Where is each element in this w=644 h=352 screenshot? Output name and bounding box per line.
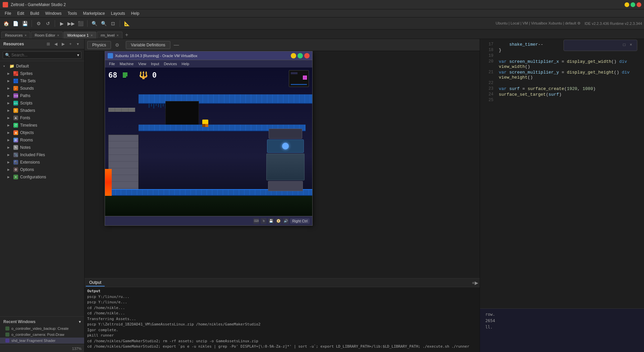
vbox-menu-help[interactable]: Help — [180, 61, 192, 67]
refresh-btn[interactable]: ↺ — [44, 19, 52, 28]
home-btn[interactable]: 🏠 — [2, 19, 10, 28]
output-tab[interactable]: Output — [86, 279, 105, 287]
run-btn[interactable]: ▶ — [58, 19, 66, 28]
menu-item-help[interactable]: Help — [128, 10, 142, 16]
sidebar-collapse-btn[interactable]: ▾ — [75, 41, 81, 47]
close-button[interactable] — [637, 2, 641, 7]
var-defs-dash-btn[interactable]: — — [172, 41, 180, 49]
float-popup-header: □ × — [567, 42, 634, 47]
code-text-24: surface_set_target(surf) — [499, 92, 561, 97]
recent-item-label-3: shd_tear Fragment Shader — [11, 339, 55, 343]
tree-objects[interactable]: ▶ ◈ Objects — [0, 129, 84, 136]
tree-paths[interactable]: ▶ ⟶ Paths — [0, 92, 84, 99]
recent-item-2[interactable]: o_controller_camera: Post-Draw — [0, 332, 84, 338]
tab-close-0[interactable]: × — [25, 34, 27, 37]
var-defs-btn[interactable]: Variable Definitions — [126, 41, 170, 49]
vbox-menu-view[interactable]: View — [136, 61, 148, 67]
output-tabs: Output + ▶ — [85, 278, 480, 287]
layout-btn[interactable]: 📐 — [123, 19, 131, 28]
vbox-max-btn[interactable]: □ — [298, 53, 303, 58]
vbox-icon-2: 🖱 — [261, 218, 267, 224]
tab-3[interactable]: rm_level× — [97, 32, 122, 39]
sidebar-back-btn[interactable]: ◀ — [53, 41, 59, 47]
tree-notes[interactable]: ▶ ✎ Notes — [0, 144, 84, 151]
tree-sounds[interactable]: ▶ ♪ Sounds — [0, 85, 84, 92]
new-btn[interactable]: 📄 — [11, 19, 19, 28]
vbox-menu-input[interactable]: Input — [149, 61, 161, 67]
vbox-menu-devices[interactable]: Devices — [162, 61, 179, 67]
zoom-out-btn[interactable]: 🔍 — [100, 19, 108, 28]
menu-item-marketplace[interactable]: Marketplace — [80, 10, 107, 16]
vbox-close-btn[interactable]: × — [304, 53, 310, 58]
zoom-in-btn[interactable]: 🔍 — [90, 19, 98, 28]
physics-gear-btn[interactable]: ⚙ — [113, 41, 121, 49]
tree-extensions[interactable]: ▶ 🔌 Extensions — [0, 159, 84, 166]
code-line-20: 20 var screen_multiplier_x = display_get… — [480, 59, 644, 70]
menu-item-build[interactable]: Build — [28, 10, 42, 16]
maximize-button[interactable] — [631, 2, 635, 7]
sidebar-controls[interactable]: ⊞ ◀ ▶ + ▾ — [45, 41, 81, 47]
tab-add-btn[interactable]: + — [123, 31, 130, 39]
configurations-label: Configurations — [20, 175, 82, 179]
settings-btn[interactable]: ⚙ — [35, 19, 43, 28]
vbox-menu-file[interactable]: File — [107, 61, 117, 67]
save-btn[interactable]: 💾 — [21, 19, 29, 28]
timelines-icon: ⏱ — [13, 123, 18, 128]
output-arrow-btn[interactable]: ▶ — [475, 280, 478, 285]
tab-1[interactable]: Room Editor× — [31, 32, 63, 39]
stop-btn[interactable]: ⬛ — [76, 19, 85, 28]
tree-tilesets[interactable]: ▶ Tile Sets — [0, 77, 84, 85]
vbox-titlebar[interactable]: Xubuntu 18.04.3 [Running] - Oracle VM Vi… — [105, 51, 312, 60]
zoom-reset-btn[interactable]: ⊡ — [109, 19, 117, 28]
menu-item-windows[interactable]: Windows — [43, 10, 64, 16]
app-icon — [3, 2, 8, 7]
recent-item-3[interactable]: shd_tear Fragment Shader — [0, 338, 84, 344]
menu-item-layouts[interactable]: Layouts — [108, 10, 128, 16]
tree-included-files[interactable]: ▶ 📎 Included Files — [0, 151, 84, 159]
vbox-min-btn[interactable]: − — [291, 53, 296, 58]
vbox-game-content: 68 🔱 0 — [105, 68, 312, 216]
tree-sprites[interactable]: ▶ Sprites — [0, 70, 84, 77]
recent-header[interactable]: Recent Windows ▾ — [0, 318, 84, 325]
overlay-line-2: 2654 — [485, 318, 495, 323]
recent-item-1[interactable]: o_controller_video_backup: Create — [0, 325, 84, 332]
sounds-label: Sounds — [20, 86, 82, 91]
blue-platform-top — [139, 94, 312, 104]
tab-close-1[interactable]: × — [57, 34, 59, 37]
objects-label: Objects — [20, 130, 82, 135]
sidebar-fwd-btn[interactable]: ▶ — [60, 41, 66, 47]
menu-item-edit[interactable]: Edit — [14, 10, 27, 16]
tree-configurations[interactable]: ▶ ≡ Configurations — [0, 173, 84, 181]
tree-timelines[interactable]: ▶ ⏱ Timelines — [0, 122, 84, 129]
float-popup-min[interactable]: □ — [622, 42, 627, 47]
title-bar-controls[interactable] — [625, 2, 641, 7]
sidebar-add-btn[interactable]: + — [67, 41, 73, 47]
minimize-button[interactable] — [625, 2, 629, 7]
vbox-window[interactable]: Xubuntu 18.04.3 [Running] - Oracle VM Vi… — [105, 51, 313, 226]
run-debug-btn[interactable]: ▶▶ — [67, 19, 75, 28]
tree-scripts[interactable]: ▶ </> Scripts — [0, 99, 84, 107]
menu-item-tools[interactable]: Tools — [65, 10, 79, 16]
physics-btn[interactable]: Physics — [87, 41, 111, 49]
tree-fonts[interactable]: ▶ A Fonts — [0, 114, 84, 122]
tree-shaders[interactable]: ▶ S Shaders — [0, 107, 84, 114]
float-popup-close[interactable]: × — [628, 42, 634, 47]
sidebar-view-btn[interactable]: ⊞ — [45, 41, 51, 47]
tree-default[interactable]: ▾ 📁 Default — [0, 62, 84, 70]
tab-2[interactable]: Workspace 1× — [63, 32, 96, 39]
tilesets-icon — [13, 78, 18, 84]
vbox-controls[interactable]: − □ × — [291, 53, 310, 58]
code-text-21: var screen_multiplier_y = display_get_he… — [499, 70, 641, 80]
tree-rooms[interactable]: ▶ ⊞ Rooms — [0, 136, 84, 144]
tab-close-2[interactable]: × — [91, 34, 93, 37]
tab-close-3[interactable]: × — [117, 34, 119, 37]
search-input[interactable] — [11, 53, 76, 57]
menu-item-file[interactable]: File — [2, 10, 14, 16]
tab-0[interactable]: Resources× — [1, 32, 30, 39]
search-filter-icon[interactable]: ▾ — [77, 53, 79, 57]
included-label: Included Files — [20, 152, 82, 157]
output-add-btn[interactable]: + — [472, 280, 475, 285]
tree-options[interactable]: ▶ ⚙ Options — [0, 166, 84, 173]
rooms-label: Rooms — [20, 138, 82, 142]
vbox-menu-machine[interactable]: Machine — [118, 61, 136, 67]
